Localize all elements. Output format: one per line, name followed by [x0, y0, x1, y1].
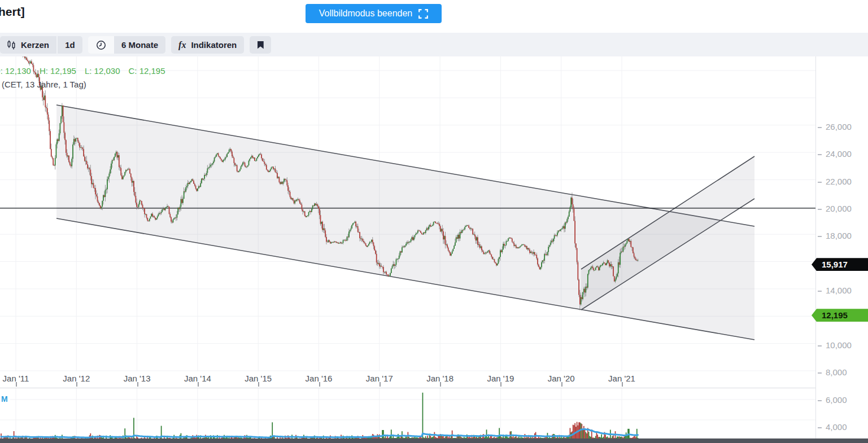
indicators-label: Indikatoren [191, 40, 237, 50]
price-axis-label: 8,000 [826, 367, 847, 377]
price-axis-label: 22,000 [826, 177, 852, 186]
price-axis-tick [818, 427, 822, 428]
time-axis-tick [440, 382, 441, 387]
price-axis-label: 4,000 [826, 422, 847, 432]
time-axis-tick [198, 382, 199, 387]
ohlc-open: O: 12,130 [0, 66, 31, 76]
range-label: 6 Monate [121, 40, 158, 50]
time-axis-tick [500, 382, 501, 387]
price-axis-label: 26,000 [826, 122, 852, 131]
price-axis-tick [818, 291, 822, 292]
time-axis-tick [561, 382, 562, 387]
time-axis-tick [258, 382, 259, 387]
chart-canvas[interactable] [0, 56, 868, 443]
bottom-bar [0, 438, 868, 443]
time-axis-tick [380, 382, 381, 387]
chart-pane[interactable]: O: 12,130H: 12,195L: 12,030C: 12,195 (CE… [0, 56, 868, 443]
header: hert] Vollbildmodus beenden [0, 0, 868, 33]
price-axis-label: 10,000 [826, 340, 852, 350]
time-axis-tick [622, 382, 623, 387]
volume-ma-value-label: M [0, 394, 10, 405]
price-axis-tick [818, 182, 822, 183]
range-button[interactable]: 6 Monate [114, 36, 165, 54]
interval-button[interactable]: 1d [58, 36, 82, 54]
price-axis-tick [818, 345, 822, 346]
exit-fullscreen-label: Vollbildmodus beenden [319, 8, 412, 19]
price-axis-tick [818, 127, 822, 128]
price-axis-label: 14,000 [826, 286, 852, 295]
volume-layer [1, 393, 638, 441]
time-axis-tick [137, 382, 138, 387]
time-axis-tick [319, 382, 320, 387]
chart-type-interval-group: Kerzen 1d [0, 36, 82, 54]
horizontal-line-price-tag: 15,917 [812, 258, 868, 271]
range-group: 6 Monate [88, 36, 165, 54]
chart-type-label: Kerzen [21, 40, 49, 50]
ohlc-close: C: 12,195 [129, 66, 165, 76]
ohlc-legend: O: 12,130H: 12,195L: 12,030C: 12,195 [0, 66, 174, 76]
ohlc-high: H: 12,195 [40, 66, 76, 76]
time-axis-tick [76, 382, 77, 387]
candlestick-icon [7, 40, 16, 50]
page-title: hert] [0, 5, 25, 19]
bookmark-icon [258, 41, 264, 49]
last-price-tag: 12,195 [812, 309, 868, 322]
exit-fullscreen-button[interactable]: Vollbildmodus beenden [306, 4, 442, 23]
ohlc-low: L: 12,030 [85, 66, 120, 76]
fullscreen-icon [418, 9, 428, 19]
chart-toolbar: Kerzen 1d 6 Monate fx Indikatoren [0, 33, 868, 57]
price-axis-tick [818, 209, 822, 210]
volume-ma-line [1, 429, 638, 437]
price-axis-tick [818, 372, 822, 374]
price-axis-label: 6,000 [826, 395, 847, 405]
toolbar-left-group: Kerzen 1d 6 Monate fx Indikatoren [0, 36, 271, 54]
price-axis-label: 24,000 [826, 149, 852, 159]
fx-icon: fx [178, 40, 186, 50]
bookmark-button[interactable] [250, 36, 271, 54]
price-axis-tick [818, 400, 822, 401]
price-axis-label: 20,000 [826, 204, 852, 213]
clock-icon [96, 40, 106, 50]
range-clock-button[interactable] [88, 36, 114, 54]
interval-label: 1d [65, 40, 75, 50]
price-axis-tick [818, 154, 822, 155]
price-axis-label: 18,000 [826, 231, 852, 240]
chart-type-button[interactable]: Kerzen [0, 36, 56, 54]
time-axis-tick [16, 382, 17, 387]
trend-channel-layer [56, 105, 754, 340]
price-axis-border [815, 56, 816, 438]
pane-separator [0, 388, 815, 388]
price-axis-tick [818, 236, 822, 237]
indicators-button[interactable]: fx Indikatoren [171, 36, 244, 54]
chart-subtitle: (CET, 13 Jahre, 1 Tag) [2, 80, 86, 89]
